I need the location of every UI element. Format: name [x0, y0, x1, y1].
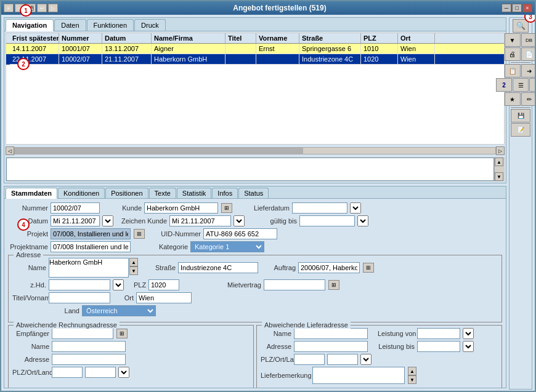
input-zhd[interactable] [49, 279, 110, 290]
alert-icon[interactable]: ⚠ [529, 78, 535, 92]
cell-titel [225, 54, 256, 64]
tab-daten[interactable]: Daten [54, 19, 86, 31]
input-la-plz[interactable] [294, 354, 325, 365]
leistung-bis-dropdown[interactable]: ▼ [463, 341, 474, 352]
db-icon[interactable]: DB [521, 33, 535, 47]
tab-navigation[interactable]: Navigation [6, 19, 54, 31]
tab-konditionen[interactable]: Konditionen [58, 188, 105, 198]
input-titel-vorname[interactable] [49, 292, 110, 303]
label-ort: Ort [121, 294, 134, 302]
textarea-lieferbemerkung[interactable] [312, 367, 405, 384]
input-leistung-von[interactable] [417, 328, 460, 339]
col-nummer: Nummer [59, 33, 102, 43]
input-la-ort[interactable] [327, 354, 358, 365]
input-projektname[interactable] [51, 241, 131, 252]
edit-icon[interactable]: ✏ [521, 92, 535, 106]
scroll-down-small[interactable]: ▼ [495, 172, 503, 181]
mietvertrag-search-icon[interactable]: ⊞ [328, 280, 339, 290]
label-la-adresse: Adresse [261, 343, 291, 350]
input-ra-ort[interactable] [85, 367, 116, 378]
scroll-right-btn[interactable]: ▷ [496, 146, 505, 155]
row-zhd: z.Hd. ▼ PLZ Mietvertrag ⊞ [12, 279, 498, 290]
projekt-search-icon[interactable]: ⊞ [134, 229, 145, 239]
name-scroll-down[interactable]: ▼ [129, 266, 138, 275]
arrow-icon[interactable]: ➔ [521, 64, 535, 78]
datum-dropdown[interactable]: ▼ [102, 215, 113, 226]
la-land-dropdown[interactable]: ▼ [360, 354, 372, 365]
input-ort[interactable] [136, 292, 192, 303]
input-projekt[interactable] [51, 228, 131, 239]
tab-infos[interactable]: Infos [212, 188, 238, 198]
row-ra-name: Name [12, 341, 250, 352]
input-mietvertrag[interactable] [264, 279, 325, 290]
table-row[interactable]: 14.11.2007 10001/07 13.11.2007 Aigner Er… [6, 44, 504, 54]
maximize-button[interactable]: □ [512, 4, 522, 12]
document-icon[interactable]: 📄 [521, 47, 535, 61]
input-strasse[interactable] [178, 262, 258, 273]
tab-stammdaten[interactable]: Stammdaten [6, 188, 57, 199]
input-plz[interactable] [148, 279, 179, 290]
input-auftrag[interactable] [298, 262, 360, 273]
scroll-up-small[interactable]: ▲ [495, 158, 503, 166]
print-icon[interactable]: 🖨 [505, 47, 521, 61]
list-icon[interactable]: ☰ [513, 78, 529, 92]
cell-datum: 21.11.2007 [102, 54, 152, 64]
input-gueltig-bis[interactable] [299, 215, 355, 226]
zhd-dropdown[interactable]: ▼ [113, 279, 124, 290]
input-nummer[interactable] [51, 202, 100, 214]
lieferdatum-dropdown[interactable]: ▼ [350, 202, 361, 214]
input-uid[interactable] [203, 228, 277, 239]
kunde-search-icon[interactable]: ⊞ [221, 203, 232, 213]
h-scrollbar-thumb[interactable] [15, 148, 303, 154]
forward-icon[interactable]: ▷ [48, 4, 58, 12]
table-row[interactable]: 22.11.2007 10002/07 21.11.2007 Haberkorn… [6, 54, 504, 65]
input-la-adresse[interactable] [294, 341, 368, 352]
col-frist: Frist spätestens [10, 33, 59, 43]
select-kategorie[interactable]: Kategorie 1 [190, 241, 264, 252]
auftrag-search-icon[interactable]: ⊞ [363, 263, 374, 273]
tab-texte[interactable]: Texte [149, 188, 176, 198]
minimize-button[interactable]: ─ [501, 4, 511, 12]
input-ra-plz[interactable] [52, 367, 83, 378]
save-button[interactable]: 💾 [511, 109, 530, 122]
label-land: Land [61, 307, 79, 314]
window-menu-icon[interactable]: ≡ [4, 4, 14, 12]
notes-textarea[interactable] [6, 158, 494, 181]
new-button[interactable]: 📝 [511, 123, 530, 137]
empfaenger-search-icon[interactable]: ⊞ [116, 329, 128, 338]
tab-statistik[interactable]: Statistik [177, 188, 212, 198]
input-kunde[interactable] [144, 202, 218, 214]
tab-status[interactable]: Status [238, 188, 269, 198]
input-lieferdatum[interactable] [292, 202, 347, 214]
rechnungsadresse-title: Abweichende Rechnungsadresse [14, 321, 120, 329]
textarea-name[interactable]: Haberkorn GmbH [49, 258, 129, 278]
select-land[interactable]: Österreich [82, 305, 156, 316]
tab-druck[interactable]: Druck [134, 19, 166, 31]
input-zeichen-kunde[interactable] [169, 215, 231, 226]
label-mietvertrag: Mietvertrag [221, 281, 261, 289]
ra-land-dropdown[interactable]: ▼ [118, 367, 129, 378]
lb-scroll-down[interactable]: ▼ [408, 375, 416, 384]
undo-icon[interactable]: ↩ [37, 4, 47, 12]
input-datum[interactable] [51, 215, 100, 226]
leistung-von-dropdown[interactable]: ▼ [463, 328, 474, 339]
gueltig-dropdown[interactable]: ▼ [357, 215, 368, 226]
scroll-left-btn[interactable]: ◁ [6, 146, 14, 155]
star-icon[interactable]: ★ [505, 92, 521, 106]
lb-scroll-up[interactable]: ▲ [408, 367, 416, 375]
row-la-adresse: Adresse Leistung bis ▼ [261, 341, 498, 352]
zeichen-dropdown[interactable]: ▼ [233, 215, 245, 226]
name-scroll-up[interactable]: ▲ [129, 258, 138, 266]
input-la-name[interactable] [294, 328, 368, 339]
input-ra-adresse[interactable] [52, 354, 126, 365]
filter-icon[interactable]: ▼ [505, 33, 521, 47]
tab-positionen[interactable]: Positionen [105, 188, 148, 198]
input-empfaenger[interactable] [52, 328, 113, 339]
copy-icon[interactable]: 📋 [505, 64, 521, 78]
h-scrollbar-track[interactable] [14, 147, 496, 154]
tab-funktionen[interactable]: Funktionen [87, 19, 134, 31]
close-button[interactable]: × [522, 4, 532, 12]
input-leistung-bis[interactable] [417, 341, 460, 352]
label-titel-vorname: Titel/Vorname [12, 294, 46, 302]
input-ra-name[interactable] [52, 341, 126, 352]
